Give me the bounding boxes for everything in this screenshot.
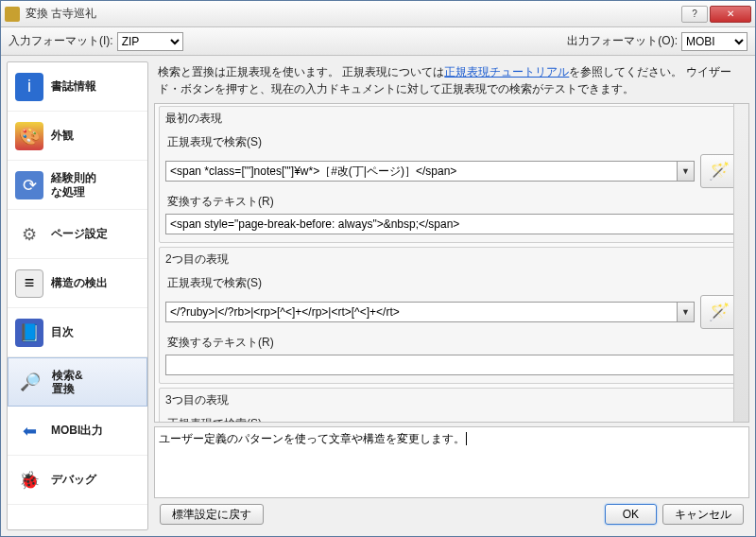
sidebar-icon: i bbox=[15, 73, 43, 101]
intro-text: 検索と置換は正規表現を使います。 正規表現については正規表現チュートリアルを参照… bbox=[154, 61, 749, 103]
sidebar-icon: 🔎 bbox=[16, 368, 44, 396]
expression-group-3: 3つ目の表現正規表現で検索(S)▼🪄 bbox=[159, 388, 745, 423]
sidebar-item-label: 経験則的な処理 bbox=[51, 171, 96, 199]
sidebar-item-label: 構造の検出 bbox=[51, 276, 108, 289]
replace-input[interactable] bbox=[165, 355, 738, 375]
sidebar-icon: ⚙ bbox=[15, 220, 43, 249]
sidebar-item-6[interactable]: 🔎検索&置換 bbox=[8, 357, 147, 407]
close-button[interactable]: ✕ bbox=[710, 6, 751, 23]
input-format-label: 入力フォーマット(I): bbox=[9, 33, 113, 49]
format-toolbar: 入力フォーマット(I): ZIP 出力フォーマット(O): MOBI bbox=[1, 27, 755, 56]
sidebar-item-label: 外観 bbox=[51, 129, 74, 142]
sidebar-item-2[interactable]: ⟳経験則的な処理 bbox=[8, 161, 147, 210]
expression-group-1: 最初の表現正規表現で検索(S)▼🪄変換するテキスト(R) bbox=[159, 106, 745, 243]
search-label: 正規表現で検索(S) bbox=[167, 275, 262, 291]
expression-group-2: 2つ目の表現正規表現で検索(S)▼🪄変換するテキスト(R) bbox=[159, 247, 745, 384]
sidebar-icon: 📘 bbox=[15, 319, 43, 347]
sidebar-icon: 🎨 bbox=[15, 122, 43, 150]
scrollbar[interactable] bbox=[733, 104, 748, 422]
sidebar-item-1[interactable]: 🎨外観 bbox=[8, 112, 147, 161]
window-title: 変換 古寺巡礼 bbox=[26, 6, 679, 22]
group-title: 3つ目の表現 bbox=[165, 392, 738, 408]
wizard-button[interactable]: 🪄 bbox=[700, 295, 738, 329]
sidebar-item-4[interactable]: ≡構造の検出 bbox=[8, 259, 147, 308]
sidebar-icon: ≡ bbox=[15, 269, 43, 298]
sidebar-item-5[interactable]: 📘目次 bbox=[8, 308, 147, 357]
input-format-select[interactable]: ZIP bbox=[117, 32, 183, 51]
description-box[interactable]: ユーザー定義のパターンを使って文章や構造を変更します。 bbox=[154, 426, 749, 498]
content-pane: 検索と置換は正規表現を使います。 正規表現については正規表現チュートリアルを参照… bbox=[154, 61, 749, 530]
description-text: ユーザー定義のパターンを使って文章や構造を変更します。 bbox=[159, 432, 465, 445]
replace-label: 変換するテキスト(R) bbox=[167, 194, 274, 210]
output-format-label: 出力フォーマット(O): bbox=[567, 33, 678, 49]
sidebar-icon: ⬅ bbox=[15, 417, 43, 445]
replace-label: 変換するテキスト(R) bbox=[167, 335, 274, 351]
sidebar-item-label: ページ設定 bbox=[51, 227, 108, 240]
sidebar-item-3[interactable]: ⚙ページ設定 bbox=[8, 210, 147, 259]
search-input[interactable] bbox=[165, 161, 678, 182]
help-button[interactable]: ? bbox=[681, 6, 708, 23]
sidebar-item-label: 書誌情報 bbox=[51, 79, 96, 93]
group-title: 最初の表現 bbox=[165, 111, 738, 127]
app-icon bbox=[5, 7, 20, 22]
sidebar-icon: ⟳ bbox=[15, 171, 43, 199]
titlebar: 変換 古寺巡礼 ? ✕ bbox=[1, 1, 755, 27]
output-format-select[interactable]: MOBI bbox=[681, 32, 747, 51]
sidebar-item-label: 目次 bbox=[51, 325, 74, 338]
chevron-down-icon[interactable]: ▼ bbox=[678, 302, 695, 322]
intro-pre: 検索と置換は正規表現を使います。 正規表現については bbox=[158, 65, 444, 78]
regex-tutorial-link[interactable]: 正規表現チュートリアル bbox=[444, 65, 569, 78]
group-title: 2つ目の表現 bbox=[165, 251, 738, 268]
sidebar-item-8[interactable]: 🐞デバッグ bbox=[8, 456, 147, 505]
replace-input[interactable] bbox=[165, 214, 738, 234]
search-input[interactable] bbox=[165, 302, 678, 322]
sidebar-item-7[interactable]: ⬅MOBI出力 bbox=[8, 407, 147, 456]
sidebar-item-label: 検索&置換 bbox=[52, 369, 83, 396]
sidebar-item-0[interactable]: i書誌情報 bbox=[8, 62, 147, 112]
chevron-down-icon[interactable]: ▼ bbox=[678, 161, 695, 182]
expressions-scroll: 最初の表現正規表現で検索(S)▼🪄変換するテキスト(R)2つ目の表現正規表現で検… bbox=[154, 103, 749, 423]
search-label: 正規表現で検索(S) bbox=[167, 416, 262, 423]
footer: 標準設定に戻す OK キャンセル bbox=[154, 498, 749, 530]
ok-button[interactable]: OK bbox=[605, 504, 657, 525]
wizard-button[interactable]: 🪄 bbox=[700, 154, 738, 188]
dialog-window: 変換 古寺巡礼 ? ✕ 入力フォーマット(I): ZIP 出力フォーマット(O)… bbox=[0, 0, 756, 537]
sidebar: i書誌情報🎨外観⟳経験則的な処理⚙ページ設定≡構造の検出📘目次🔎検索&置換⬅MO… bbox=[7, 61, 148, 530]
cancel-button[interactable]: キャンセル bbox=[662, 504, 744, 525]
sidebar-item-label: デバッグ bbox=[51, 473, 96, 486]
search-label: 正規表現で検索(S) bbox=[167, 134, 262, 150]
sidebar-icon: 🐞 bbox=[15, 466, 43, 494]
restore-defaults-button[interactable]: 標準設定に戻す bbox=[160, 504, 264, 525]
sidebar-item-label: MOBI出力 bbox=[51, 424, 103, 437]
